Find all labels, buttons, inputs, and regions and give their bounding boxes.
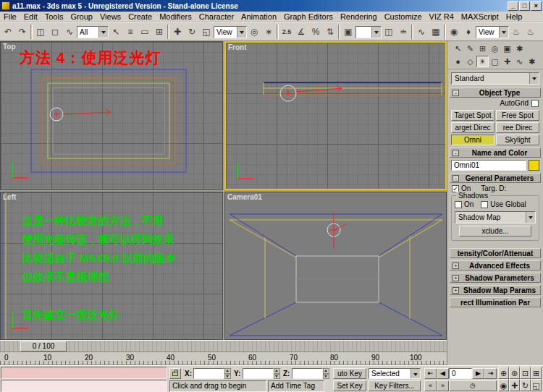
menu-item-animation[interactable]: Animation (237, 12, 280, 21)
spinner-icon[interactable] (323, 368, 329, 379)
menu-item-file[interactable]: File (0, 12, 20, 21)
unlink-selection-icon[interactable]: ◻ (48, 24, 62, 40)
shadow-type-dropdown[interactable]: Shadow Map (455, 211, 536, 223)
viewport-label[interactable]: Front (228, 43, 247, 51)
field-of-view-icon[interactable]: ◉ (498, 379, 509, 391)
mirror-icon[interactable]: ◫ (382, 24, 396, 40)
category-helpers-icon[interactable]: ✚ (501, 56, 513, 67)
category-lights-icon[interactable]: ☀ (476, 56, 489, 67)
object-name-field[interactable]: Omni01 (451, 160, 526, 171)
menu-item-views[interactable]: Views (96, 12, 125, 21)
rollout-direct-illumination[interactable]: rect Illumination Par (450, 297, 541, 307)
chevron-down-icon[interactable] (526, 212, 535, 223)
previous-key-button[interactable]: « (424, 380, 437, 391)
category-geometry-icon[interactable]: ● (452, 56, 464, 67)
menu-item-graph-editors[interactable]: Graph Editors (280, 12, 337, 21)
zoom-all-icon[interactable]: ⊛ (509, 367, 520, 379)
category-shapes-icon[interactable]: ◇ (464, 56, 476, 67)
reference-coordsys-dropdown[interactable]: View (214, 26, 247, 38)
rollout-advanced-effects[interactable]: + Advanced Effects (450, 260, 541, 270)
zoom-extents-icon[interactable]: ⊡ (520, 367, 531, 379)
spinner-icon[interactable] (224, 368, 231, 379)
menu-item-character[interactable]: Character (195, 12, 237, 21)
current-frame-field[interactable]: 0 (449, 368, 472, 379)
viewport-label[interactable]: Left (3, 193, 16, 201)
x-coord-field[interactable] (193, 368, 231, 379)
bind-to-spacewarp-icon[interactable]: ∿ (62, 24, 77, 40)
rollout-general-parameters[interactable]: - General Parameters (450, 173, 541, 183)
menu-item-rendering[interactable]: Rendering (337, 12, 381, 21)
spinner-snap-icon[interactable]: ⇅ (323, 24, 337, 40)
tab-create-icon[interactable]: ↖ (452, 43, 464, 54)
use-pivot-center-icon[interactable]: ◎ (247, 24, 261, 40)
z-coord-field[interactable] (292, 368, 329, 379)
category-systems-icon[interactable]: ✱ (526, 56, 538, 67)
shadow-on-checkbox[interactable] (455, 201, 462, 208)
collapse-icon[interactable]: - (452, 175, 459, 182)
spinner-icon[interactable] (274, 368, 280, 379)
menu-item-help[interactable]: Help (502, 12, 526, 21)
select-and-rotate-icon[interactable]: ↻ (185, 24, 199, 40)
menu-item-modifiers[interactable]: Modifiers (156, 12, 195, 21)
min-max-toggle-icon[interactable]: ◱ (531, 379, 542, 391)
track-bar[interactable]: 0 10 20 30 40 50 60 70 80 90 100 (0, 352, 447, 365)
light-type-dropdown[interactable]: Standard (451, 72, 539, 85)
viewport-left[interactable]: Left 这是一种比较老的方法，不用 使用光能传递，就可以得到效果 比较适合于 … (0, 192, 223, 340)
quick-render-icon[interactable]: ♨ (523, 24, 538, 40)
region-select-icon[interactable]: ▭ (138, 24, 152, 40)
chevron-down-icon[interactable] (499, 27, 508, 38)
tab-utilities-icon[interactable]: ✱ (513, 43, 526, 54)
snap-toggle-icon[interactable]: 2.5 (279, 24, 294, 40)
previous-frame-button[interactable]: ◀ (437, 368, 449, 379)
title-bar[interactable]: a11.max - 3ds max 5 - Unregistered Versi… (0, 0, 543, 12)
chevron-down-icon[interactable] (98, 27, 108, 38)
minimize-button[interactable]: _ (508, 1, 518, 11)
close-button[interactable]: × (531, 1, 542, 11)
light-on-checkbox[interactable]: ✓ (452, 185, 459, 192)
target-spot-button[interactable]: Target Spot (451, 110, 494, 121)
tab-modify-icon[interactable]: ✎ (464, 43, 476, 54)
go-to-end-button[interactable]: ⇥ (484, 368, 497, 379)
add-time-tag[interactable]: Add Time Tag (268, 380, 324, 392)
time-configuration-button[interactable]: ◷ (449, 380, 497, 391)
omni-button[interactable]: Omni (451, 135, 494, 145)
select-and-link-icon[interactable]: ◫ (33, 24, 48, 40)
material-editor-icon[interactable]: ◉ (447, 24, 461, 40)
menu-item-customize[interactable]: Customize (381, 12, 426, 21)
arc-rotate-icon[interactable]: ↻ (520, 379, 531, 391)
play-button[interactable]: ▶ (472, 368, 484, 379)
object-color-swatch[interactable] (529, 160, 539, 171)
menu-item-tools[interactable]: Tools (41, 12, 67, 21)
track-view-icon[interactable]: ∿ (414, 24, 429, 40)
tab-display-icon[interactable]: ▣ (501, 43, 513, 54)
rollout-name-and-color[interactable]: - Name and Color (450, 148, 541, 158)
time-slider-thumb[interactable]: 0 / 100 (20, 341, 67, 351)
redo-icon[interactable]: ↷ (15, 24, 30, 40)
auto-key-button[interactable]: uto Key (333, 368, 366, 379)
go-to-start-button[interactable]: ⇤ (424, 368, 437, 379)
selection-lock-button[interactable] (169, 368, 181, 379)
angle-snap-icon[interactable]: ∡ (294, 24, 308, 40)
zoom-icon[interactable]: ⊕ (498, 367, 509, 379)
free-spot-button[interactable]: Free Spot (496, 110, 539, 121)
expand-icon[interactable]: + (452, 275, 459, 281)
select-and-manipulate-icon[interactable]: ∗ (261, 24, 276, 40)
viewport-front[interactable]: Front (224, 41, 447, 190)
rollout-shadow-map-params[interactable]: + Shadow Map Params (450, 285, 541, 295)
maxscript-mini-listener[interactable] (1, 380, 167, 392)
select-and-move-icon[interactable]: ✚ (170, 24, 185, 40)
named-selection-dropdown[interactable] (355, 26, 382, 38)
pan-icon[interactable]: ✚ (509, 379, 520, 391)
rollout-shadow-parameters[interactable]: + Shadow Parameters (450, 273, 541, 283)
time-slider-track[interactable]: 0 / 100 (0, 340, 447, 352)
collapse-icon[interactable]: - (452, 150, 459, 156)
chevron-down-icon[interactable] (371, 27, 381, 38)
window-crossing-icon[interactable]: ⊞ (152, 24, 167, 40)
align-icon[interactable]: ≐ (396, 24, 411, 40)
skylight-button[interactable]: Skylight (496, 135, 539, 145)
named-selection-sets-icon[interactable]: ▣ (341, 24, 355, 40)
y-coord-field[interactable] (243, 368, 280, 379)
selection-filter-dropdown[interactable]: All (77, 26, 109, 38)
set-key-button[interactable]: Set Key (333, 380, 366, 391)
tab-motion-icon[interactable]: ◎ (489, 43, 501, 54)
